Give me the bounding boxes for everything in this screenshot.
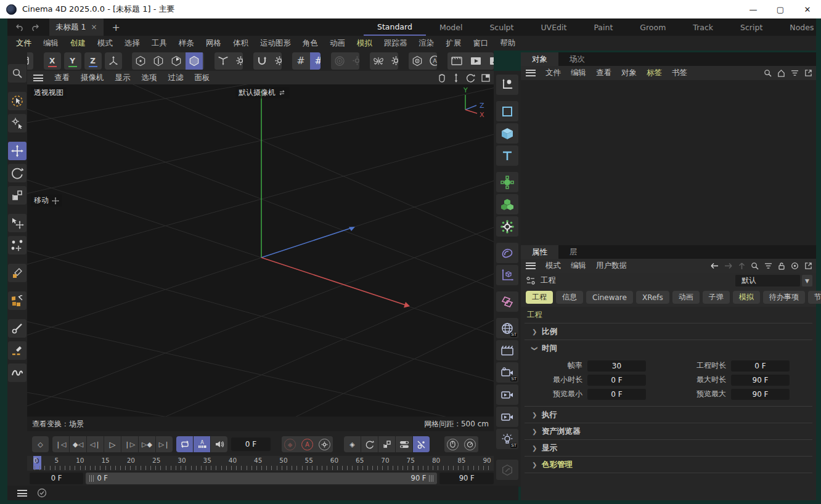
viewport-canvas[interactable]: 透视视图 默认摄像机 移动 Y Z X: [27, 84, 494, 417]
menu-animate[interactable]: 动画: [330, 38, 345, 49]
menu-mesh[interactable]: 网格: [206, 38, 221, 49]
attr-back-icon[interactable]: [710, 262, 719, 269]
symmetry-settings-gear-icon[interactable]: [388, 52, 398, 70]
autokey-button[interactable]: A: [299, 436, 316, 452]
layout-tab-model[interactable]: Model: [426, 18, 476, 36]
menu-volume[interactable]: 体积: [233, 38, 248, 49]
tab-attributes[interactable]: 属性: [521, 245, 558, 259]
null-object-button[interactable]: [496, 265, 518, 285]
chip-nodes[interactable]: 节点: [808, 291, 821, 304]
vp-menu-panel[interactable]: 面板: [195, 73, 210, 83]
snap-settings-gear-icon[interactable]: [271, 52, 282, 70]
new-tab-button[interactable]: +: [112, 22, 120, 33]
fps-field[interactable]: 30: [587, 360, 646, 372]
attr-popout-icon[interactable]: [804, 262, 812, 270]
tab-takes[interactable]: 场次: [558, 52, 596, 66]
menu-simulate[interactable]: 模拟: [357, 38, 372, 49]
enable-axis-button[interactable]: [214, 52, 232, 70]
loop-playback-button[interactable]: [176, 436, 193, 452]
move-tool[interactable]: [8, 142, 27, 160]
chip-project[interactable]: 工程: [526, 291, 553, 304]
go-to-start-button[interactable]: ❘◁: [52, 436, 69, 452]
range-right-grip[interactable]: [429, 475, 433, 482]
model-mode-button[interactable]: [186, 52, 203, 70]
menu-select[interactable]: 选择: [125, 38, 140, 49]
camera-swap-icon[interactable]: [279, 89, 287, 96]
rotation-input-button[interactable]: [462, 436, 478, 452]
key-rotation-button[interactable]: [361, 436, 378, 452]
chevron-right-icon[interactable]: ❯: [532, 428, 537, 435]
previous-key-button[interactable]: ◆◁: [70, 436, 86, 452]
menu-mograph[interactable]: 运动图形: [260, 38, 291, 49]
key-parameters-button[interactable]: [396, 436, 412, 452]
crane-camera-button[interactable]: [496, 407, 518, 427]
om-menu-view[interactable]: 查看: [596, 68, 611, 78]
preview-range-bar[interactable]: 0 F 90 F: [86, 473, 437, 484]
next-frame-button[interactable]: ❘▷: [121, 436, 138, 452]
layout-tab-sculpt[interactable]: Sculpt: [476, 18, 527, 36]
viewport-solo-button[interactable]: [409, 52, 426, 70]
chip-simulation[interactable]: 模拟: [733, 291, 760, 304]
menu-tools[interactable]: 工具: [152, 38, 167, 49]
record-keyframe-button[interactable]: ◆: [282, 436, 298, 452]
chevron-right-icon[interactable]: ❯: [532, 412, 537, 418]
current-frame-field[interactable]: 0 F: [231, 437, 271, 451]
tweak-tool[interactable]: [8, 114, 27, 132]
chevron-down-icon[interactable]: ❯: [531, 346, 538, 351]
viewport-panel[interactable]: 查看 摄像机 显示 选项 过滤 面板: [27, 71, 494, 431]
chevron-right-icon[interactable]: ❯: [532, 461, 537, 468]
chip-xrefs[interactable]: XRefs: [636, 291, 669, 304]
redo-icon[interactable]: [27, 20, 42, 34]
lock-y-axis-button[interactable]: Y: [64, 52, 81, 70]
axis-gizmo[interactable]: Y Z X: [451, 86, 490, 124]
edges-mode-button[interactable]: [150, 52, 167, 70]
layout-tab-nodes[interactable]: Nodes: [776, 18, 821, 36]
live-selection-tool[interactable]: [8, 92, 27, 110]
maximize-button[interactable]: ▢: [767, 0, 794, 18]
om-popout-icon[interactable]: [804, 69, 812, 77]
menu-spline[interactable]: 样条: [179, 38, 194, 49]
layout-tab-script[interactable]: Script: [727, 18, 776, 36]
object-list-area[interactable]: [521, 80, 816, 245]
preview-max-field[interactable]: 90 F: [731, 389, 790, 400]
lock-workplane-button[interactable]: #: [310, 52, 321, 70]
spline-rectangle-button[interactable]: [496, 101, 518, 121]
menu-help[interactable]: 帮助: [500, 38, 516, 49]
camera-name-label[interactable]: 默认摄像机: [235, 87, 290, 99]
render-queue-button[interactable]: [467, 52, 485, 70]
om-menu-object[interactable]: 对象: [621, 68, 637, 78]
points-mode-button[interactable]: [132, 52, 149, 70]
section-asset-browser[interactable]: ❯ 资产浏览器: [521, 423, 816, 439]
chip-animation[interactable]: 动画: [672, 291, 700, 304]
select-move-tool[interactable]: [8, 214, 27, 232]
attr-forward-icon[interactable]: [724, 262, 733, 269]
attr-search-icon[interactable]: [751, 262, 759, 270]
render-view-button[interactable]: [447, 52, 466, 70]
modeling-cubes-tool[interactable]: [8, 291, 27, 310]
motion-camera-button[interactable]: [496, 384, 518, 405]
close-button[interactable]: ✕: [794, 0, 821, 18]
om-home-icon[interactable]: [777, 69, 785, 77]
attr-track-icon[interactable]: [791, 262, 799, 270]
undo-icon[interactable]: [12, 20, 27, 34]
chip-bullet[interactable]: 子弹: [703, 291, 730, 304]
go-to-end-button[interactable]: ▷❘: [156, 436, 173, 452]
points-move-tool[interactable]: [8, 236, 27, 254]
om-hamburger-icon[interactable]: [526, 70, 536, 76]
solo-mode-a-button[interactable]: A: [427, 52, 437, 70]
minimize-button[interactable]: —: [740, 0, 767, 18]
layout-tab-uvedit[interactable]: UVEdit: [527, 18, 580, 36]
texture-mode-button[interactable]: [203, 52, 204, 70]
om-menu-file[interactable]: 文件: [545, 68, 561, 78]
render-settings-button[interactable]: [486, 52, 494, 70]
vp-menu-filter[interactable]: 过滤: [168, 73, 184, 83]
pan-hand-icon[interactable]: [438, 73, 446, 83]
guides-settings-gear-icon[interactable]: [349, 52, 359, 70]
lock-x-axis-button[interactable]: X: [44, 52, 61, 70]
min-time-field[interactable]: 0 F: [587, 375, 646, 386]
deformer-button[interactable]: [496, 243, 518, 263]
attr-filter-icon[interactable]: [764, 262, 772, 269]
keyframe-settings-button[interactable]: [316, 436, 333, 452]
menu-create[interactable]: 创建: [70, 38, 86, 49]
chip-cineware[interactable]: Cineware: [586, 291, 633, 304]
